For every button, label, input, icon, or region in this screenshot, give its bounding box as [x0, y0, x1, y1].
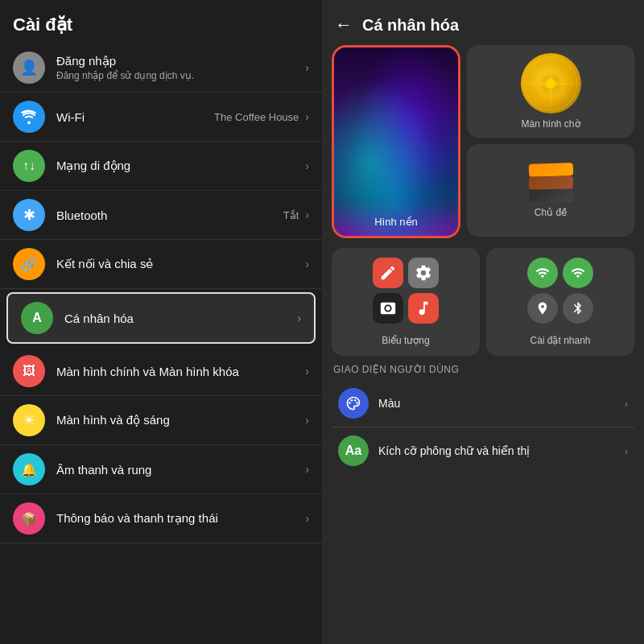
personalize-title: Cá nhân hóa [64, 312, 297, 325]
settings-item-personalize[interactable]: A Cá nhân hóa › [6, 292, 316, 344]
mobile-icon: ↑↓ [13, 150, 45, 182]
login-subtitle: Đăng nhập để sử dụng dịch vụ. [56, 70, 305, 81]
mid-options-grid: Biểu tượng C [332, 248, 634, 356]
bluetooth-icon: ✱ [13, 199, 45, 231]
wallpaper-label: Hình nền [374, 216, 418, 228]
svg-point-7 [351, 399, 353, 402]
settings-item-connect[interactable]: 🔗 Kết nối và chia sẻ › [0, 240, 322, 289]
bluetooth-chevron: › [305, 208, 309, 221]
back-button[interactable]: ← [335, 14, 353, 35]
settings-title: Cài đặt [0, 0, 322, 43]
screen-text: Màn hình chính và Màn hình khóa [56, 365, 305, 378]
bluetooth-title: Bluetooth [56, 208, 283, 222]
settings-item-wifi[interactable]: Wi-Fi The Coffee House › [0, 93, 322, 142]
quicksettings-card[interactable]: Cài đặt nhanh [486, 248, 634, 356]
svg-point-8 [354, 399, 357, 402]
color-item[interactable]: Màu › [332, 380, 634, 427]
font-icon: Aa [338, 436, 369, 466]
login-text: Đăng nhập Đăng nhập để sử dụng dịch vụ. [56, 54, 305, 81]
personalize-chevron: › [297, 312, 301, 324]
notify-icon: 📦 [13, 502, 45, 535]
display-text: Màn hình và độ sáng [56, 413, 305, 427]
settings-panel: Cài đặt 👤 Đăng nhập Đăng nhập để sử dụng… [0, 0, 322, 644]
mobile-chevron: › [305, 159, 309, 172]
notify-text: Thông báo và thanh trạng thái [56, 511, 305, 526]
quick-bluetooth [563, 293, 593, 324]
wifi-title: Wi-Fi [56, 110, 214, 124]
svg-point-6 [349, 402, 351, 404]
bluetooth-text: Bluetooth [56, 208, 283, 222]
right-header: ← Cá nhân hóa [322, 0, 644, 45]
right-side-cards: Màn hình chờ Chủ đề [467, 45, 634, 238]
theme-label: Chủ đề [535, 207, 567, 218]
mobile-text: Mạng di động [56, 159, 305, 173]
lockscreen-card[interactable]: Màn hình chờ [467, 45, 634, 138]
login-icon: 👤 [13, 52, 45, 84]
quicksettings-label: Cài đặt nhanh [530, 335, 590, 346]
font-item[interactable]: Aa Kích cỡ phông chữ và hiển thị › [332, 427, 634, 474]
app-icon-4 [408, 293, 439, 324]
settings-item-login[interactable]: 👤 Đăng nhập Đăng nhập để sử dụng dịch vụ… [0, 43, 322, 93]
right-content: Hình nền [322, 45, 644, 474]
icon-grid [373, 258, 439, 324]
lockscreen-label: Màn hình chờ [521, 118, 580, 130]
mobile-title: Mạng di động [56, 159, 305, 173]
svg-point-9 [356, 402, 358, 404]
display-chevron: › [305, 414, 309, 427]
screen-title: Màn hình chính và Màn hình khóa [56, 365, 305, 378]
settings-item-bluetooth[interactable]: ✱ Bluetooth Tắt › [0, 191, 322, 240]
notify-chevron: › [305, 512, 309, 525]
right-title: Cá nhân hóa [362, 16, 459, 35]
sound-icon: 🔔 [13, 453, 45, 485]
font-text: Kích cỡ phông chữ và hiển thị [378, 444, 625, 457]
icons-card[interactable]: Biểu tượng [332, 248, 480, 356]
top-options-grid: Hình nền [332, 45, 634, 238]
settings-item-mobile[interactable]: ↑↓ Mạng di động › [0, 142, 322, 191]
settings-item-sound[interactable]: 🔔 Âm thanh và rung › [0, 445, 322, 494]
personalize-icon: A [21, 302, 53, 334]
sound-chevron: › [305, 463, 309, 476]
screen-icon: 🖼 [13, 355, 45, 387]
color-chevron: › [625, 398, 628, 410]
personalize-panel: ← Cá nhân hóa Hình nền [322, 0, 644, 644]
wallpaper-preview [334, 47, 458, 236]
wifi-value: The Coffee House [214, 111, 299, 123]
layers-icon [529, 163, 573, 202]
app-icon-3 [373, 293, 403, 324]
mandala-icon [521, 53, 581, 114]
notify-title: Thông báo và thanh trạng thái [56, 511, 305, 526]
app-icon-1 [373, 258, 403, 288]
settings-item-screen[interactable]: 🖼 Màn hình chính và Màn hình khóa › [0, 347, 322, 396]
svg-point-5 [386, 306, 390, 311]
color-icon [338, 388, 369, 419]
wifi-text: Wi-Fi [56, 110, 214, 124]
connect-text: Kết nối và chia sẻ [56, 257, 305, 271]
icons-label: Biểu tượng [382, 335, 429, 346]
app-icon-2 [408, 258, 439, 288]
quick-location [527, 293, 558, 324]
quick-grid [527, 258, 593, 324]
settings-item-display[interactable]: ☀ Màn hình và độ sáng › [0, 396, 322, 445]
display-title: Màn hình và độ sáng [56, 413, 305, 427]
sound-text: Âm thanh và rung [56, 463, 305, 477]
connect-title: Kết nối và chia sẻ [56, 257, 305, 271]
login-chevron: › [305, 61, 309, 74]
quick-wifi [527, 258, 558, 288]
theme-card[interactable]: Chủ đề [467, 144, 634, 237]
bluetooth-value: Tắt [283, 209, 299, 221]
wallpaper-card[interactable]: Hình nền [332, 45, 460, 238]
settings-item-notify[interactable]: 📦 Thông báo và thanh trạng thái › [0, 494, 322, 543]
display-icon: ☀ [13, 404, 45, 436]
svg-point-4 [546, 79, 555, 89]
sound-title: Âm thanh và rung [56, 463, 305, 477]
font-chevron: › [625, 445, 628, 457]
connect-icon: 🔗 [13, 248, 45, 280]
wifi-chevron: › [305, 110, 309, 123]
screen-chevron: › [305, 365, 309, 378]
section-user-label: GIAO DIỆN NGƯỜI DÙNG [333, 364, 634, 375]
color-text: Màu [378, 397, 625, 410]
login-title: Đăng nhập [56, 54, 305, 68]
wifi-icon [13, 101, 45, 133]
quick-data [563, 258, 593, 288]
personalize-text: Cá nhân hóa [64, 312, 297, 325]
